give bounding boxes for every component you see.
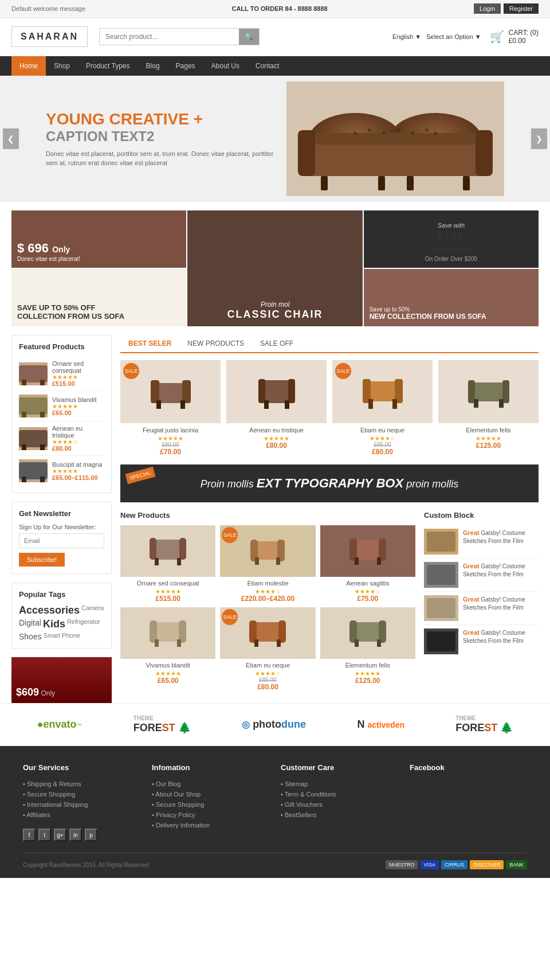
tag-digital[interactable]: Digital bbox=[19, 618, 41, 630]
product-tabs: BEST SELER NEW PRODUCTS SALE OFF bbox=[120, 335, 539, 353]
register-button[interactable]: Register bbox=[504, 3, 539, 14]
social-pinterest[interactable]: p bbox=[85, 829, 97, 841]
np-name-1: Ornare sed consequat bbox=[120, 580, 215, 587]
footer-link-secure[interactable]: Secure Shopping bbox=[23, 789, 140, 799]
footer-link-affiliates[interactable]: Affiliates bbox=[23, 810, 140, 820]
custom-thumb-4 bbox=[424, 628, 458, 654]
banner-2-text: Proin mol CLASSIC CHAIR bbox=[193, 300, 356, 321]
custom-thumb-2 bbox=[424, 562, 458, 588]
product-card-3[interactable]: SALE Etiam eu neque ★★★★☆ £85.00 £80.00 bbox=[332, 360, 433, 456]
social-facebook[interactable]: f bbox=[23, 829, 36, 841]
partner-activeden: N activeden bbox=[357, 719, 404, 731]
footer-link-shipping[interactable]: Shipping & Returns bbox=[23, 779, 140, 789]
tab-new-products[interactable]: NEW PRODUCTS bbox=[179, 335, 252, 352]
nav-shop[interactable]: Shop bbox=[46, 56, 78, 76]
np-product-1[interactable]: Ornare sed consequat ★★★★★ £515.00 bbox=[120, 525, 215, 603]
nav-about[interactable]: About Us bbox=[203, 56, 247, 76]
language-selector[interactable]: English ▼ Select an Option ▼ bbox=[392, 33, 481, 40]
banner-sofa-sale[interactable]: SAVE UP TO 50% OFF COLLECTION FROM US SO… bbox=[11, 269, 186, 326]
np-product-3[interactable]: Aenean sagittis ★★★★☆ £75.00 bbox=[320, 525, 415, 603]
special-text: Proin mollis EXT TYPOGRAPHY BOX proin mo… bbox=[132, 476, 527, 491]
nav-contact[interactable]: Contact bbox=[247, 56, 287, 76]
nav-product-types[interactable]: Product Types bbox=[78, 56, 138, 76]
np-product-4[interactable]: Vivamus blandit ★★★★★ £65.00 bbox=[120, 607, 215, 691]
tag-refrigerator[interactable]: Refrigerator bbox=[67, 618, 100, 630]
product-svg-2 bbox=[254, 369, 300, 415]
product-stars-1: ★★★★★ bbox=[120, 435, 221, 442]
product-card-2[interactable]: Aenean eu tristique ★★★★★ £80.00 bbox=[226, 360, 327, 456]
social-google[interactable]: g+ bbox=[54, 829, 66, 841]
footer-facebook-title: Facebook bbox=[410, 763, 527, 772]
main-content: BEST SELER NEW PRODUCTS SALE OFF SALE bbox=[120, 335, 539, 703]
hero-prev-button[interactable]: ❮ bbox=[3, 128, 19, 149]
footer-grid: Our Services Shipping & Returns Secure S… bbox=[23, 763, 527, 841]
custom-item-1[interactable]: Great Gatsby! Costume Sketches From the … bbox=[424, 525, 539, 559]
chair-svg-2 bbox=[19, 395, 48, 417]
np-product-6[interactable]: Elementum felis ★★★★★ £125.00 bbox=[320, 607, 415, 691]
svg-rect-9 bbox=[463, 176, 470, 190]
product-card-1[interactable]: SALE Feugiat justo lacinia ★★★★★ £80.00 … bbox=[120, 360, 221, 456]
svg-rect-34 bbox=[156, 400, 161, 409]
nav-pages[interactable]: Pages bbox=[168, 56, 203, 76]
featured-item-4[interactable]: Buscipit at magna ★★★★★ £65.00–£115.00 bbox=[19, 456, 104, 486]
nav-home[interactable]: Home bbox=[11, 56, 46, 76]
svg-rect-20 bbox=[22, 380, 26, 385]
footer-link-delivery[interactable]: Delivery Infomation bbox=[152, 820, 269, 830]
subscribe-button[interactable]: Subscribe! bbox=[19, 553, 65, 567]
custom-item-2[interactable]: Great Gatsby! Costume Sketches From the … bbox=[424, 559, 539, 592]
tag-camera[interactable]: Camera bbox=[81, 604, 104, 616]
featured-img-1 bbox=[19, 362, 48, 385]
footer-link-about[interactable]: About Our Shop bbox=[152, 789, 269, 799]
footer-link-terms[interactable]: Term & Conditions bbox=[281, 789, 398, 799]
footer-link-blog[interactable]: Our Blog bbox=[152, 779, 269, 789]
search-button[interactable]: 🔍 bbox=[239, 29, 259, 45]
chair-svg-1 bbox=[19, 362, 48, 385]
tag-accessories[interactable]: Accessories bbox=[19, 604, 80, 616]
np-product-5[interactable]: SALE Etiam eu neque ★★★★☆ £85.00 bbox=[220, 607, 315, 691]
featured-item-2[interactable]: Vivamus blandit ★★★★★ £65.00 bbox=[19, 391, 104, 421]
social-twitter[interactable]: t bbox=[38, 829, 51, 841]
featured-price-1: £515.00 bbox=[52, 380, 104, 387]
footer-link-sitemap[interactable]: Sitemap bbox=[281, 779, 398, 789]
hero-slider: ❮ YOUNG CREATIVE + CAPTION TEXT2 Donec v… bbox=[0, 76, 550, 202]
product-card-4[interactable]: Elementum felis ★★★★★ £125.00 bbox=[438, 360, 539, 456]
np-svg-4 bbox=[148, 613, 188, 653]
footer-link-secure2[interactable]: Secure Shopping bbox=[152, 799, 269, 810]
hero-next-button[interactable]: ❯ bbox=[531, 128, 547, 149]
cart-area[interactable]: 🛒 CART: (0) £0.00 bbox=[490, 29, 539, 45]
featured-item-3[interactable]: Aenean eu tristique ★★★★☆ £80.00 bbox=[19, 421, 104, 456]
banner-new-collection[interactable]: Save up to 50% NEW COLLECTION FROM US SO… bbox=[364, 269, 539, 326]
np-product-2[interactable]: SALE Etiam molestie ★★★★☆ £220.00–£4 bbox=[220, 525, 315, 603]
featured-item-1[interactable]: Ornare sed consequat ★★★★★ £515.00 bbox=[19, 357, 104, 391]
social-linkedin[interactable]: in bbox=[69, 829, 82, 841]
tab-best-seller[interactable]: BEST SELER bbox=[120, 335, 179, 353]
chair-svg-4 bbox=[19, 459, 48, 482]
new-custom-row: New Products Orn bbox=[120, 511, 539, 691]
product-price-4: £125.00 bbox=[438, 442, 539, 450]
footer-link-intl[interactable]: International Shipping bbox=[23, 799, 140, 810]
login-button[interactable]: Login bbox=[474, 3, 501, 14]
sidebar-banner[interactable]: $609 Only bbox=[11, 657, 112, 703]
banner-chair[interactable]: Proin mol CLASSIC CHAIR bbox=[187, 210, 362, 326]
svg-rect-55 bbox=[177, 558, 181, 565]
cart-amount: £0.00 bbox=[509, 37, 539, 45]
tag-shoes[interactable]: Shoes bbox=[19, 632, 42, 641]
search-input[interactable] bbox=[100, 29, 239, 45]
auth-buttons: Login Register bbox=[474, 3, 539, 14]
footer-link-privacy[interactable]: Privacy Policy bbox=[152, 810, 269, 820]
nav-blog[interactable]: Blog bbox=[138, 56, 168, 76]
svg-rect-54 bbox=[155, 558, 159, 565]
svg-point-15 bbox=[425, 128, 429, 132]
tag-smartphone[interactable]: Smart Phone bbox=[44, 632, 80, 641]
tag-kids[interactable]: Kids bbox=[43, 618, 65, 630]
banner-free-shipping[interactable]: Save with Free Shipping On Order Over $2… bbox=[364, 210, 539, 268]
footer-link-bestsellers[interactable]: BestSellers bbox=[281, 810, 398, 820]
tab-sale-off[interactable]: SALE OFF bbox=[252, 335, 301, 352]
custom-item-4[interactable]: Great Gatsby! Costume Sketches From the … bbox=[424, 625, 539, 658]
footer-link-vouchers[interactable]: Gift Vouchers bbox=[281, 799, 398, 810]
product-grid: SALE Feugiat justo lacinia ★★★★★ £80.00 … bbox=[120, 360, 539, 456]
newsletter-input[interactable] bbox=[19, 533, 104, 548]
custom-item-3[interactable]: Great Gatsby! Costume Sketches From the … bbox=[424, 592, 539, 625]
banner-price[interactable]: $ 696 Only Donec vitae est placerat! bbox=[11, 210, 186, 268]
np-name-5: Etiam eu neque bbox=[220, 662, 315, 669]
